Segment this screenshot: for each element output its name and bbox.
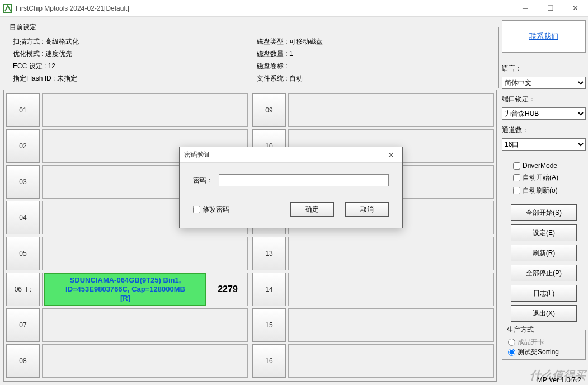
port-lock-label: 端口锁定： xyxy=(502,95,586,104)
port-active-card: SDUNCIAMA-064GB(9T25) Bin1,ID=453E980376… xyxy=(44,273,206,306)
port-button[interactable]: 13 xyxy=(252,237,286,270)
port-info xyxy=(288,308,494,342)
port-info xyxy=(42,237,248,270)
language-select[interactable]: 简体中文 xyxy=(502,77,586,89)
dialog-title: 密码验证 xyxy=(184,150,211,159)
window-title: FirstChip Mptools 2024-02-21[Default] xyxy=(16,4,512,12)
channel-count-label: 通道数： xyxy=(502,125,586,135)
disk-label-label: 磁盘卷标 : xyxy=(257,60,492,72)
current-settings-group: 目前设定 扫描方式 : 高级格式化 优化模式 : 速度优先 ECC 设定 : 1… xyxy=(6,22,499,88)
driver-mode-checkbox[interactable]: DriverMode xyxy=(502,162,586,170)
port-button[interactable]: 14 xyxy=(252,273,286,306)
password-input[interactable] xyxy=(219,174,389,186)
port-button[interactable]: 04 xyxy=(6,201,40,234)
port-button[interactable]: 09 xyxy=(252,93,286,127)
port-row: 08 xyxy=(6,344,248,378)
port-row: 15 xyxy=(252,308,494,342)
flash-id-label: 指定Flash ID : 未指定 xyxy=(13,72,248,84)
port-row: 13 xyxy=(252,237,494,270)
settings-legend: 目前设定 xyxy=(8,22,37,32)
password-dialog: 密码验证 ✕ 密码： 修改密码 确定 取消 xyxy=(179,147,403,228)
port-lock-select[interactable]: 力普森HUB xyxy=(502,107,586,120)
close-button[interactable]: ✕ xyxy=(563,0,588,17)
ecc-label: ECC 设定 : 12 xyxy=(13,60,248,72)
port-info xyxy=(42,344,248,378)
production-legend: 生产方式 xyxy=(506,325,535,335)
stop-all-button[interactable]: 全部停止(P) xyxy=(511,265,577,281)
port-button[interactable]: 15 xyxy=(252,308,286,342)
contact-us-button[interactable]: 联系我们 xyxy=(502,20,586,53)
port-info xyxy=(288,237,494,270)
cancel-button[interactable]: 取消 xyxy=(345,202,389,217)
auto-refresh-checkbox[interactable]: 自动刷新(o) xyxy=(502,186,586,195)
port-row: 16 xyxy=(252,344,494,378)
port-info xyxy=(288,93,494,127)
titlebar: FirstChip Mptools 2024-02-21[Default] ─ … xyxy=(0,0,588,17)
settings-button[interactable]: 设定(E) xyxy=(511,224,577,241)
ports-panel: 010203040506_F:SDUNCIAMA-064GB(9T25) Bin… xyxy=(3,90,497,382)
port-info xyxy=(288,344,494,378)
language-label: 语言： xyxy=(502,64,586,73)
optimize-mode-label: 优化模式 : 速度优先 xyxy=(13,48,248,60)
production-mode-group: 生产方式 成品开卡 测试架Sorting xyxy=(502,325,586,360)
port-info xyxy=(42,93,248,127)
port-row: 05 xyxy=(6,237,248,270)
port-button[interactable]: 02 xyxy=(6,129,40,163)
dialog-close-button[interactable]: ✕ xyxy=(380,151,402,159)
app-icon xyxy=(3,4,12,13)
port-active-number: 2279 xyxy=(208,284,247,294)
port-button[interactable]: 08 xyxy=(6,344,40,378)
radio-finished-product[interactable]: 成品开卡 xyxy=(506,337,582,347)
auto-start-checkbox[interactable]: 自动开始(A) xyxy=(502,173,586,182)
password-label: 密码： xyxy=(193,176,213,185)
port-button[interactable]: 05 xyxy=(6,237,40,270)
port-info xyxy=(288,273,494,306)
port-info: SDUNCIAMA-064GB(9T25) Bin1,ID=453E980376… xyxy=(42,273,248,306)
change-password-checkbox[interactable]: 修改密码 xyxy=(193,205,229,214)
disk-count-label: 磁盘数量 : 1 xyxy=(257,48,492,60)
radio-test-sorting[interactable]: 测试架Sorting xyxy=(506,347,582,357)
start-all-button[interactable]: 全部开始(S) xyxy=(511,204,577,221)
port-row: 07 xyxy=(6,308,248,342)
port-info xyxy=(42,308,248,342)
version-label: MP Ver 1.0.7.2 xyxy=(537,376,581,384)
maximize-button[interactable]: ☐ xyxy=(538,0,563,17)
port-button[interactable]: 01 xyxy=(6,93,40,127)
log-button[interactable]: 日志(L) xyxy=(511,285,577,302)
filesystem-label: 文件系统 : 自动 xyxy=(257,72,492,84)
disk-type-label: 磁盘类型 : 可移动磁盘 xyxy=(257,35,492,48)
port-row: 09 xyxy=(252,93,494,127)
port-button[interactable]: 03 xyxy=(6,165,40,199)
port-button[interactable]: 06_F: xyxy=(6,273,40,306)
ok-button[interactable]: 确定 xyxy=(290,202,334,217)
channel-count-select[interactable]: 16口 xyxy=(502,138,586,151)
minimize-button[interactable]: ─ xyxy=(512,0,538,17)
port-row: 01 xyxy=(6,93,248,127)
exit-button[interactable]: 退出(X) xyxy=(511,305,577,322)
port-row: 06_F:SDUNCIAMA-064GB(9T25) Bin1,ID=453E9… xyxy=(6,273,248,306)
port-button[interactable]: 16 xyxy=(252,344,286,378)
refresh-button[interactable]: 刷新(R) xyxy=(511,245,577,261)
port-row: 14 xyxy=(252,273,494,306)
port-button[interactable]: 07 xyxy=(6,308,40,342)
scan-mode-label: 扫描方式 : 高级格式化 xyxy=(13,35,248,48)
